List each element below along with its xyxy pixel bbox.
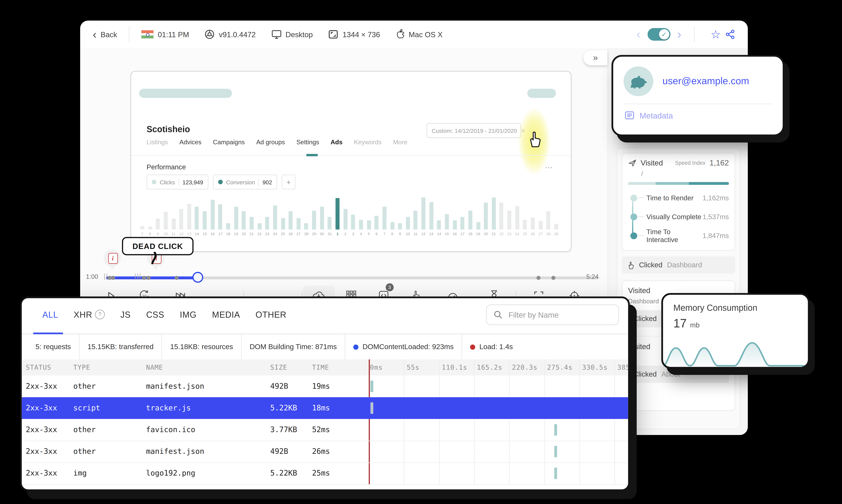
browser-tab-campaigns[interactable]: Campaigns [213,139,245,145]
chart-bar [500,202,503,230]
chart-x-label: 19 [234,232,238,236]
timeline-event-dot[interactable] [537,276,541,280]
network-table-row[interactable]: 2xx-3xxothermanifest.json492B26ms [22,441,628,463]
chart-bar [414,211,418,230]
add-metric-button[interactable]: + [282,175,295,190]
timeline-hatch [104,273,105,280]
cell-name: manifest.json [146,375,204,397]
cell-size: 3.77KB [270,419,297,441]
chart-x-label: 28 [304,232,308,236]
browser-version: v91.0.4472 [219,30,256,39]
chart-bar [422,198,426,230]
chart-bar-item: 1 [335,194,341,241]
chart-bar [257,223,262,230]
chart-bar [336,198,340,230]
waterfall-bar [554,446,557,457]
chart-bar-item: 15 [201,194,208,241]
cell-status: 2xx-3xx [26,441,57,463]
section-more-button[interactable]: ⋯ [545,163,553,172]
cell-type: script [73,397,100,419]
favorite-star-icon[interactable]: ☆ [711,28,721,41]
chart-x-label: 4 [360,232,362,236]
previous-session-button[interactable]: ‹ [635,28,642,41]
network-panel: ALLXHR?JSCSSIMGMEDIAOTHER 5: requests15.… [20,296,630,491]
timeline-playhead[interactable] [192,272,203,283]
cell-status: 2xx-3xx [26,375,57,397]
metric-chip-clicks[interactable]: Clicks 123,949 [146,175,208,190]
network-table-body: 2xx-3xxothermanifest.json492B19ms2xx-3xx… [22,298,628,489]
rhino-icon [629,74,648,89]
visited-event-card[interactable]: Visited Speed Index 1,162 / [622,153,735,251]
browser-tab-advices[interactable]: Advices [179,139,201,145]
chart-x-label: 7 [141,232,143,236]
timeline-event-dot[interactable] [142,276,146,280]
share-icon[interactable] [725,29,735,39]
chart-bar-item: 29 [311,194,317,241]
chart-bar [492,198,496,230]
section-title: Performance [146,163,186,171]
chart-bar-item: 8 [147,194,153,241]
chart-x-label: 12 [421,232,426,236]
waterfall-bar [554,424,557,435]
cell-size: 5.22KB [270,397,297,419]
chart-bar [343,209,347,230]
timeline-event-dot[interactable] [551,276,555,280]
timeline-event-dot[interactable] [175,276,179,280]
chart-bar [320,206,324,230]
chart-x-label: 23 [265,232,269,236]
browser-tab-ad-groups[interactable]: Ad groups [256,139,285,145]
cell-time: 25ms [312,463,330,484]
chart-bar [453,220,457,230]
session-toolbar: ‹ Back 01:11 PM v91.0.4472 Desktop 1344 … [80,20,748,48]
sidebar-collapse-button[interactable]: » [584,50,608,65]
chart-bar-item: 18 [467,194,473,241]
autoplay-toggle[interactable]: ✓ [647,28,670,41]
event-label: Clicked [633,370,657,378]
timeline-event-dot[interactable] [146,276,150,280]
browser-tab-settings[interactable]: Settings [297,139,319,145]
metric-dot [218,180,222,184]
chart-bar [172,219,176,230]
browser-tab-more[interactable]: More [393,139,407,145]
date-range-filter[interactable]: Custom: 14/12/2019 - 21/01/2020 v [427,123,521,138]
screen-size-icon [328,29,339,39]
chart-bar [226,223,230,230]
progress-segment [628,182,656,185]
chart-bar-item: 8 [389,194,395,241]
chart-x-label: 27 [539,232,543,236]
timeline-hatch [135,273,136,280]
chart-bar-item: 27 [295,194,302,241]
chart-bar-item: 22 [499,194,505,241]
browser-tab-keywords[interactable]: Keywords [354,139,381,145]
metadata-button[interactable]: Metadata [613,104,783,120]
network-table-row[interactable]: 2xx-3xxotherfavicon.ico3.77KB52ms [22,419,628,442]
chart-bar-item: 10 [162,194,169,241]
network-table-row[interactable]: 2xx-3xximglogo192.png5.22KB25ms [22,463,628,485]
chart-bar-item: 28 [303,194,309,241]
chart-bar-item: 18 [225,194,231,241]
network-table-row[interactable]: 2xx-3xxscripttracker.js5.22KB18ms [22,397,628,419]
timeline-event-dot[interactable] [111,276,115,280]
chart-bar-item: 15 [444,194,450,241]
chart-bar-item: 4 [358,194,364,241]
chart-x-label: 20 [241,232,246,236]
cell-time: 19ms [312,375,330,397]
metric-row: Visually Complete 1,537ms [629,207,729,226]
chart-bar-item: 12 [178,194,184,241]
next-session-button[interactable]: › [676,28,682,41]
chart-x-label: 20 [484,232,488,236]
browser-tab-listings[interactable]: Listings [146,139,168,145]
clicked-event-row[interactable]: Clicked Dashboard [622,256,735,273]
back-button[interactable]: ‹ Back [93,29,117,40]
metric-chip-conversion[interactable]: Conversion 902 [213,175,277,190]
network-table-row[interactable]: 2xx-3xxothermanifest.json492B19ms [22,375,628,398]
cell-type: img [73,463,87,484]
chart-x-label: 8 [391,232,393,236]
chart-bar [281,218,285,230]
issue-marker[interactable]: i [104,250,121,267]
avatar [624,66,653,96]
browser-tab-ads[interactable]: Ads [330,139,342,145]
chart-bar-item: 14 [194,194,200,241]
event-label: Visited [628,286,650,295]
hand-pointer-icon [627,261,634,269]
